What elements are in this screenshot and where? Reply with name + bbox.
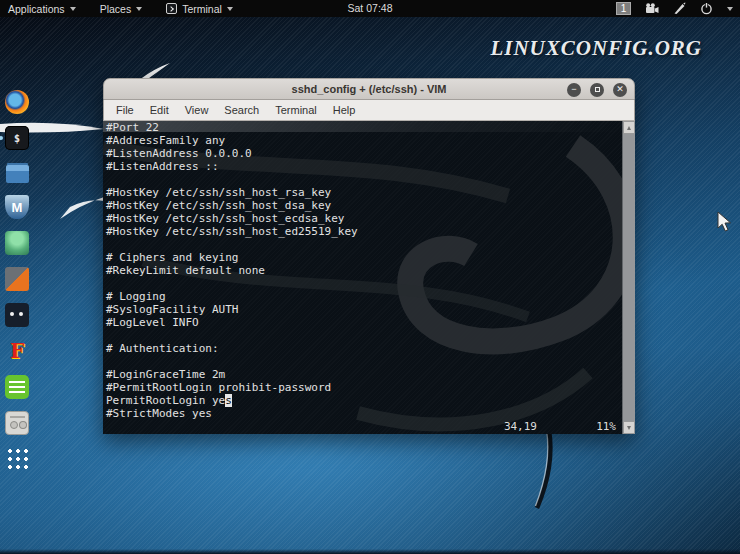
dock-item-faraday[interactable]: F xyxy=(5,339,29,363)
buffer-line: #LoginGraceTime 2m xyxy=(106,368,635,381)
buffer-line: #HostKey /etc/ssh/ssh_host_ecdsa_key xyxy=(106,212,635,225)
dragon-tail-highlight xyxy=(536,430,548,506)
vim-terminal-window: sshd_config + (/etc/ssh) - VIM − ✕ FileE… xyxy=(103,78,635,434)
clock[interactable]: Sat 07:48 xyxy=(348,0,393,17)
close-button[interactable]: ✕ xyxy=(613,83,627,97)
buffer-line: # Authentication: xyxy=(106,342,635,355)
workspace-indicator[interactable]: 1 xyxy=(616,2,631,15)
dock-item-notes[interactable] xyxy=(5,375,29,399)
dock-item-show-apps[interactable] xyxy=(6,447,28,469)
vim-cursor: s xyxy=(225,394,232,407)
power-icon[interactable] xyxy=(700,2,713,15)
dock-item-beef[interactable] xyxy=(5,303,29,327)
buffer-line: # Logging xyxy=(106,290,635,303)
window-menubar: FileEditViewSearchTerminalHelp xyxy=(103,100,635,121)
buffer-line: #HostKey /etc/ssh/ssh_host_ed25519_key xyxy=(106,225,635,238)
buffer-line: #ListenAddress :: xyxy=(106,160,635,173)
menubar-item-file[interactable]: File xyxy=(108,102,142,118)
buffer-line: # Ciphers and keying xyxy=(106,251,635,264)
scroll-down-button[interactable] xyxy=(623,421,635,434)
buffer-line: #LogLevel INFO xyxy=(106,316,635,329)
scroll-percent: 11% xyxy=(596,420,616,434)
dock-item-firefox[interactable] xyxy=(5,90,29,114)
scrollbar[interactable] xyxy=(622,121,635,434)
pen-icon[interactable] xyxy=(673,2,686,15)
menubar-item-help[interactable]: Help xyxy=(325,102,364,118)
menu-label: Places xyxy=(100,3,132,15)
window-controls: − ✕ xyxy=(567,83,627,97)
mouse-cursor xyxy=(716,211,734,233)
scroll-up-button[interactable] xyxy=(623,121,635,134)
vim-ruler: 34,19 11% xyxy=(103,420,622,434)
buffer-line: #StrictModes yes xyxy=(106,407,635,420)
buffer-line: #SyslogFacility AUTH xyxy=(106,303,635,316)
swoosh-streak xyxy=(60,197,104,219)
chevron-down-icon xyxy=(136,7,142,11)
applications-menu[interactable]: Applications xyxy=(8,3,76,15)
buffer-line: #Port 22 xyxy=(106,121,635,134)
buffer-line xyxy=(106,355,635,368)
menubar-item-terminal[interactable]: Terminal xyxy=(267,102,325,118)
dock-item-metasploit[interactable]: M xyxy=(5,195,29,219)
menubar-item-search[interactable]: Search xyxy=(216,102,267,118)
menu-label: Terminal xyxy=(182,3,222,15)
screen-recorder-icon[interactable] xyxy=(645,3,659,14)
terminal-menu[interactable]: Terminal xyxy=(166,3,233,15)
buffer-line xyxy=(106,329,635,342)
window-titlebar[interactable]: sshd_config + (/etc/ssh) - VIM − ✕ xyxy=(103,78,635,100)
dragon-tail xyxy=(537,430,550,508)
cursor-position: 34,19 xyxy=(504,420,537,434)
top-bar: ApplicationsPlacesTerminal Sat 07:48 1 xyxy=(0,0,740,17)
desktop: LINUXCONFIG.ORG ApplicationsPlacesTermin… xyxy=(0,0,740,554)
dock-item-armitage[interactable] xyxy=(5,231,29,255)
dock-item-files[interactable] xyxy=(6,165,29,183)
topbar-menus: ApplicationsPlacesTerminal xyxy=(8,0,233,17)
menubar-item-view[interactable]: View xyxy=(177,102,217,118)
buffer-line: #RekeyLimit default none xyxy=(106,264,635,277)
topbar-status-area: 1 xyxy=(616,0,733,17)
buffer-line: PermitRootLogin yes xyxy=(106,394,635,407)
dock-item-terminal[interactable]: $ xyxy=(5,126,29,150)
buffer-line xyxy=(106,173,635,186)
chevron-down-icon xyxy=(227,7,233,11)
menu-label: Applications xyxy=(8,3,65,15)
maximize-button[interactable] xyxy=(590,83,604,97)
buffer-line: #PermitRootLogin prohibit-password xyxy=(106,381,635,394)
chevron-down-icon xyxy=(70,7,76,11)
buffer-line xyxy=(106,277,635,290)
dock-item-recorder[interactable] xyxy=(5,411,29,435)
terminal-icon xyxy=(166,3,177,14)
buffer-line: #ListenAddress 0.0.0.0 xyxy=(106,147,635,160)
menu-chevron-icon[interactable] xyxy=(727,7,733,11)
vim-buffer[interactable]: #Port 22#AddressFamily any#ListenAddress… xyxy=(103,121,635,420)
buffer-line xyxy=(106,238,635,251)
dock: $MF xyxy=(0,90,34,469)
dock-item-burpsuite[interactable] xyxy=(5,267,29,291)
minimize-button[interactable]: − xyxy=(567,83,581,97)
menubar-item-edit[interactable]: Edit xyxy=(142,102,177,118)
places-menu[interactable]: Places xyxy=(100,3,143,15)
terminal-content[interactable]: #Port 22#AddressFamily any#ListenAddress… xyxy=(103,121,635,434)
watermark: LINUXCONFIG.ORG xyxy=(490,36,702,61)
maximize-icon xyxy=(595,87,600,92)
window-title: sshd_config + (/etc/ssh) - VIM xyxy=(292,83,447,95)
buffer-line: #AddressFamily any xyxy=(106,134,635,147)
buffer-line: #HostKey /etc/ssh/ssh_host_dsa_key xyxy=(106,199,635,212)
buffer-line: #HostKey /etc/ssh/ssh_host_rsa_key xyxy=(106,186,635,199)
